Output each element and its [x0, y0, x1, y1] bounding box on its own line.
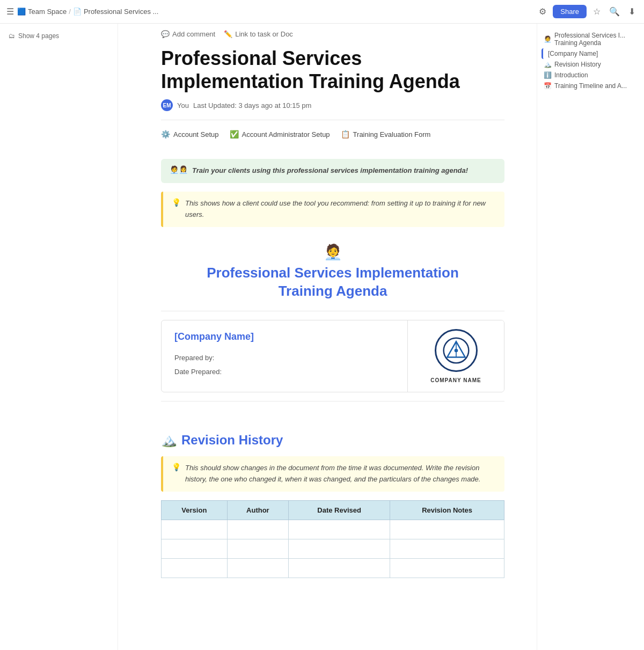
- topnav: ☰ 🟦 Team Space / 📄 Professional Services…: [0, 0, 644, 24]
- sidebar-toggle-button[interactable]: ☰: [6, 6, 14, 17]
- table-row: [162, 558, 504, 578]
- rp-label-2: [Company Name]: [548, 50, 598, 57]
- link-account-setup[interactable]: ⚙️ Account Setup: [161, 130, 219, 138]
- date-prepared: Date Prepared:: [174, 365, 394, 379]
- eval-form-icon: 📋: [341, 130, 350, 138]
- callout-revision-yellow: 💡 This should show changes in the docume…: [161, 456, 504, 492]
- page-title-breadcrumb[interactable]: Professional Services ...: [84, 8, 158, 16]
- rp-label-3: Revision History: [554, 61, 601, 68]
- cell-notes-3: [390, 558, 504, 578]
- right-panel: 🧑‍💼 Professional Services I... Training …: [537, 24, 644, 650]
- left-panel: 🗂 Show 4 pages: [0, 24, 118, 650]
- callout-rev-text: This should show changes in the document…: [185, 463, 496, 485]
- link-icon: ✏️: [224, 30, 232, 38]
- company-card-left: [Company Name] Prepared by: Date Prepare…: [162, 320, 407, 392]
- show-pages-label: Show 4 pages: [18, 32, 59, 40]
- add-comment-button[interactable]: 💬 Add comment: [161, 30, 215, 38]
- page-doc-icon: 📄: [73, 8, 82, 16]
- company-meta: Prepared by: Date Prepared:: [174, 351, 394, 379]
- doc-toolbar: 💬 Add comment ✏️ Link to task or Doc: [161, 24, 504, 42]
- right-panel-item-5[interactable]: 📅 Training Timeline and A...: [541, 81, 640, 91]
- callout-yellow1-text: This shows how a client could use the to…: [185, 198, 496, 221]
- cell-date-2: [289, 539, 390, 558]
- main-content: 💬 Add comment ✏️ Link to task or Doc Pro…: [118, 24, 537, 650]
- rp-emoji-5: 📅: [544, 82, 552, 90]
- revision-emoji: 🏔️: [161, 433, 177, 448]
- eval-form-label: Training Evaluation Form: [353, 130, 431, 138]
- company-logo: [435, 329, 478, 372]
- cell-notes-2: [390, 539, 504, 558]
- callout-rev-emoji: 💡: [172, 463, 181, 471]
- company-name: [Company Name]: [174, 331, 394, 342]
- breadcrumb: 🟦 Team Space / 📄 Professional Services .…: [17, 8, 158, 16]
- table-header-row: Version Author Date Revised Revision Not…: [162, 500, 504, 520]
- search-icon-button[interactable]: 🔍: [607, 4, 622, 19]
- revision-title: Revision History: [181, 433, 283, 448]
- link-eval-form[interactable]: 📋 Training Evaluation Form: [341, 130, 431, 138]
- cell-version-1: [162, 520, 228, 539]
- callout-green-text: Train your clients using this profession…: [192, 165, 468, 177]
- link-task-button[interactable]: ✏️ Link to task or Doc: [224, 30, 293, 38]
- rp-emoji-4: ℹ️: [544, 71, 552, 79]
- logo-svg: [443, 337, 470, 364]
- account-setup-label: Account Setup: [173, 130, 219, 138]
- nav-left: ☰ 🟦 Team Space / 📄 Professional Services…: [6, 6, 532, 17]
- author-line: EM You Last Updated: 3 days ago at 10:15…: [161, 99, 504, 111]
- links-bar: ⚙️ Account Setup ✅ Account Administrator…: [161, 127, 504, 142]
- rp-label-5: Training Timeline and A...: [554, 82, 627, 90]
- admin-setup-icon: ✅: [230, 130, 239, 138]
- workspace-icon: 🟦: [17, 8, 26, 16]
- cell-author-1: [227, 520, 288, 539]
- admin-setup-label: Account Administrator Setup: [242, 130, 330, 138]
- company-name-label: COMPANY NAME: [430, 377, 481, 383]
- right-panel-item-1[interactable]: 🧑‍💼 Professional Services I... Training …: [541, 30, 640, 48]
- svg-point-3: [454, 349, 458, 353]
- link-admin-setup[interactable]: ✅ Account Administrator Setup: [230, 130, 330, 138]
- center-title: Professional Services Implementation Tra…: [161, 264, 504, 301]
- rp-label-1: Professional Services I...: [554, 32, 625, 39]
- right-panel-item-4[interactable]: ℹ️ Introduction: [541, 70, 640, 81]
- rp-emoji-1: 🧑‍💼: [544, 35, 552, 43]
- col-author: Author: [227, 500, 288, 520]
- col-version: Version: [162, 500, 228, 520]
- prepared-by: Prepared by:: [174, 351, 394, 365]
- divider-2: [161, 311, 504, 311]
- divider-3: [161, 401, 504, 401]
- doc-title: Professional Services Implementation Tra…: [161, 47, 504, 93]
- callout-intro-green: 🧑‍💼👩‍💼 Train your clients using this pro…: [161, 159, 504, 183]
- pages-icon: 🗂: [9, 32, 15, 40]
- callout-yellow-1: 💡 This shows how a client could use the …: [161, 192, 504, 227]
- breadcrumb-sep: /: [69, 8, 71, 16]
- rp-emoji-3: 🏔️: [544, 61, 552, 68]
- download-icon-button[interactable]: ⬇: [626, 4, 638, 19]
- layout: 🗂 Show 4 pages 💬 Add comment ✏️ Link to …: [0, 24, 644, 650]
- star-icon-button[interactable]: ☆: [591, 4, 603, 19]
- right-panel-item-3[interactable]: 🏔️ Revision History: [541, 59, 640, 70]
- rp-sublabel-1: Training Agenda: [554, 39, 625, 47]
- callout-green-emoji: 🧑‍💼👩‍💼: [170, 165, 188, 174]
- right-panel-item-2[interactable]: [Company Name]: [541, 48, 640, 59]
- cell-version-3: [162, 558, 228, 578]
- revision-table: Version Author Date Revised Revision Not…: [161, 500, 504, 578]
- center-emoji: 🧑‍💼: [161, 243, 504, 261]
- col-revision-notes: Revision Notes: [390, 500, 504, 520]
- cell-author-3: [227, 558, 288, 578]
- last-updated: Last Updated: 3 days ago at 10:15 pm: [193, 101, 311, 109]
- revision-history-heading: 🏔️ Revision History: [161, 433, 504, 448]
- account-setup-icon: ⚙️: [161, 130, 170, 138]
- show-pages-button[interactable]: 🗂 Show 4 pages: [0, 30, 68, 42]
- rp-label-4: Introduction: [554, 71, 588, 79]
- company-card-right: COMPANY NAME: [407, 320, 504, 392]
- author-avatar: EM: [161, 99, 173, 111]
- workspace-name[interactable]: Team Space: [28, 8, 67, 16]
- share-button[interactable]: Share: [553, 5, 587, 18]
- divider-1: [161, 120, 504, 120]
- settings-icon-button[interactable]: ⚙: [537, 4, 548, 19]
- callout-yellow1-emoji: 💡: [172, 198, 181, 207]
- table-row: [162, 520, 504, 539]
- nav-right: ⚙ Share ☆ 🔍 ⬇: [537, 4, 638, 19]
- center-heading-section: 🧑‍💼 Professional Services Implementation…: [161, 243, 504, 301]
- cell-date-3: [289, 558, 390, 578]
- cell-notes-1: [390, 520, 504, 539]
- comment-icon: 💬: [161, 30, 170, 38]
